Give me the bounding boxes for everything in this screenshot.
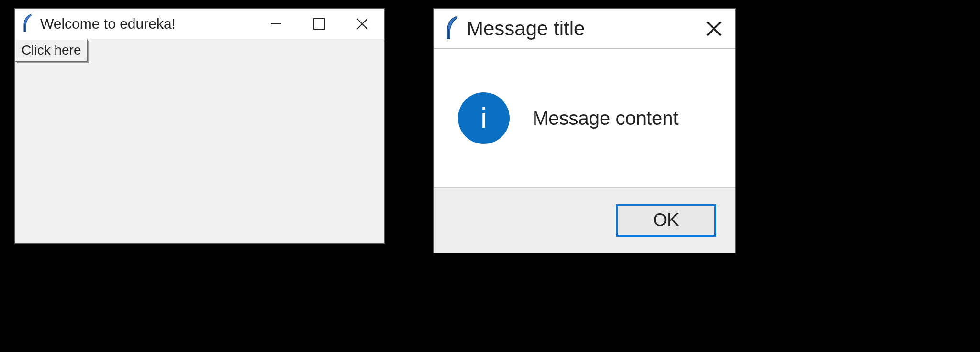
- messagebox-titlebar[interactable]: Message title: [434, 9, 735, 49]
- window-controls: [255, 9, 384, 39]
- svg-rect-2: [314, 19, 324, 29]
- minimize-icon: [269, 17, 283, 31]
- messagebox-content: Message content: [533, 108, 679, 129]
- close-icon: [705, 20, 723, 37]
- client-area: Click here: [15, 39, 384, 243]
- ok-button[interactable]: OK: [616, 204, 716, 237]
- click-here-button[interactable]: Click here: [15, 39, 88, 62]
- main-window: Welcome to edureka!: [14, 8, 385, 244]
- maximize-icon: [313, 18, 325, 30]
- info-icon: i: [458, 92, 510, 144]
- messagebox-footer: OK: [434, 187, 735, 253]
- feather-icon: [444, 15, 460, 42]
- messagebox-body: i Message content: [434, 49, 735, 187]
- messagebox-close-button[interactable]: [692, 9, 735, 48]
- messagebox-window: Message title i Message content OK: [433, 8, 736, 253]
- close-button[interactable]: [341, 9, 384, 39]
- titlebar[interactable]: Welcome to edureka!: [15, 9, 384, 39]
- info-glyph: i: [480, 104, 487, 132]
- maximize-button[interactable]: [298, 9, 341, 39]
- messagebox-title: Message title: [467, 17, 692, 40]
- close-icon: [356, 17, 369, 31]
- feather-icon: [21, 13, 33, 34]
- minimize-button[interactable]: [255, 9, 298, 39]
- window-title: Welcome to edureka!: [40, 16, 255, 32]
